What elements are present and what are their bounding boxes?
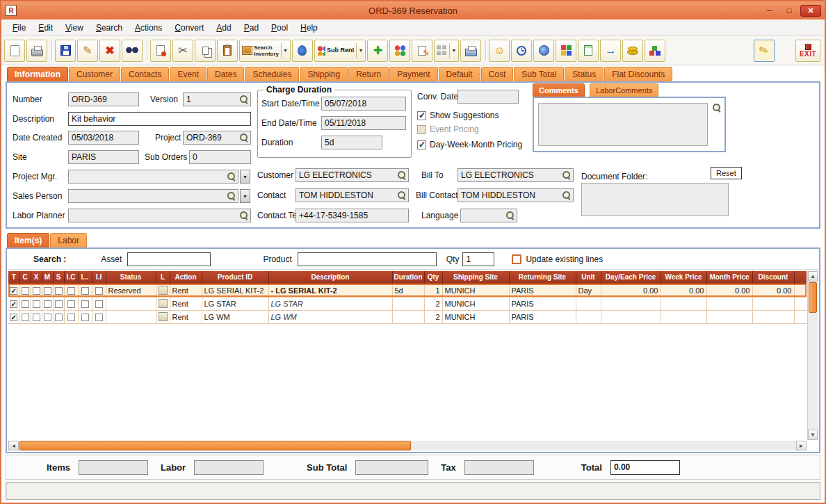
cut-button[interactable]: ✂	[172, 40, 193, 62]
row-flag-checkbox[interactable]	[81, 300, 89, 308]
column-header[interactable]: Product ID	[202, 271, 268, 284]
description-field[interactable]: Kit behavior	[68, 112, 251, 126]
tab-default[interactable]: Default	[439, 67, 480, 81]
vertical-scroll-thumb[interactable]	[809, 282, 817, 313]
document-folder-box[interactable]	[581, 183, 729, 216]
update-existing-lines-checkbox[interactable]	[512, 254, 521, 264]
comments-search-icon[interactable]	[713, 104, 722, 113]
tab-sub-total[interactable]: Sub Total	[514, 67, 564, 81]
convert-document-button[interactable]	[150, 40, 171, 62]
column-header[interactable]: C	[19, 271, 31, 284]
labor-planner-field[interactable]	[68, 209, 251, 222]
edit-button[interactable]: ✎	[77, 40, 98, 62]
show-suggestions-checkbox[interactable]	[417, 111, 426, 120]
crew-button[interactable]	[389, 40, 410, 62]
vertical-scrollbar[interactable]: ▲ ▼	[807, 271, 818, 440]
row-select-checkbox[interactable]: ✓	[10, 314, 17, 321]
column-header[interactable]: Action	[170, 271, 202, 284]
column-header[interactable]: Discount	[752, 271, 794, 284]
table-row[interactable]: ✓ReservedRentLG SERIAL KIT-2- LG SERIAL …	[8, 284, 807, 297]
close-button[interactable]: ✕	[800, 5, 821, 17]
tab-shipping[interactable]: Shipping	[300, 67, 348, 81]
column-header[interactable]: S	[53, 271, 64, 284]
bill-to-search-icon[interactable]	[562, 171, 572, 180]
version-search-icon[interactable]	[240, 95, 249, 104]
maximize-button[interactable]: □	[781, 5, 797, 17]
row-flag-checkbox[interactable]	[95, 287, 103, 295]
end-date-field[interactable]: 05/11/2018	[321, 116, 406, 130]
tab-status[interactable]: Status	[565, 67, 604, 81]
row-select-checkbox[interactable]: ✓	[10, 300, 17, 308]
time-button[interactable]	[511, 40, 532, 62]
menu-pool[interactable]: Pool	[266, 21, 293, 35]
scroll-right-button[interactable]: ►	[796, 441, 807, 450]
row-flag-checkbox[interactable]	[33, 300, 40, 308]
tab-payment[interactable]: Payment	[389, 67, 437, 81]
tab-return[interactable]: Return	[348, 67, 389, 81]
language-field[interactable]	[460, 209, 517, 222]
labor-planner-search-icon[interactable]	[240, 211, 249, 220]
column-header[interactable]: I.I	[92, 271, 106, 284]
menu-add[interactable]: Add	[211, 21, 236, 35]
language-search-icon[interactable]	[506, 211, 515, 220]
exit-button[interactable]: EXIT	[795, 40, 820, 62]
minimize-button[interactable]: ─	[761, 5, 778, 17]
pool-drop-button[interactable]	[292, 40, 313, 62]
contact-field[interactable]: TOM HIDDLESTON	[295, 188, 409, 202]
start-date-field[interactable]: 05/07/2018	[321, 97, 406, 111]
sales-person-search-icon[interactable]	[227, 192, 236, 201]
menu-help[interactable]: Help	[295, 21, 323, 35]
line-options-button[interactable]	[159, 286, 168, 295]
column-header[interactable]: X	[31, 271, 42, 284]
row-flag-checkbox[interactable]	[55, 300, 63, 308]
asset-search-input[interactable]	[127, 252, 211, 266]
column-header[interactable]: Shipping Site	[442, 271, 509, 284]
reset-button[interactable]: Reset	[711, 167, 742, 179]
row-flag-checkbox[interactable]	[44, 300, 51, 308]
row-flag-checkbox[interactable]	[67, 300, 75, 308]
scroll-left-button[interactable]: ◄	[8, 441, 19, 450]
site-field[interactable]: PARIS	[68, 150, 139, 164]
tab-event[interactable]: Event	[170, 67, 206, 81]
number-field[interactable]: ORD-369	[68, 92, 139, 106]
day-week-month-pricing-checkbox[interactable]	[417, 140, 426, 149]
date-created-field[interactable]: 05/03/2018	[68, 131, 139, 145]
scroll-up-button[interactable]: ▲	[808, 271, 818, 282]
column-header[interactable]: Qty	[424, 271, 442, 284]
comments-textarea[interactable]	[538, 103, 708, 146]
row-flag-checkbox[interactable]	[22, 314, 29, 321]
project-search-icon[interactable]	[240, 133, 249, 143]
bill-contact-search-icon[interactable]	[562, 191, 572, 200]
column-header[interactable]: Day/Each Price	[601, 271, 661, 284]
print-setup-button[interactable]	[460, 40, 481, 62]
customer-field[interactable]: LG ELECTRONICS	[295, 168, 409, 182]
dropdown-arrow-icon[interactable]: ▼	[281, 43, 288, 58]
column-header[interactable]: Unit	[576, 271, 601, 284]
tab-contacts[interactable]: Contacts	[121, 67, 169, 81]
duration-field[interactable]: 5d	[321, 136, 382, 149]
paste-button[interactable]	[217, 40, 238, 62]
column-header[interactable]: Status	[106, 271, 156, 284]
find-button[interactable]	[122, 40, 143, 62]
tab-items[interactable]: Item(s)	[7, 233, 49, 247]
qty-input[interactable]	[462, 252, 494, 266]
tab-customer[interactable]: Customer	[69, 67, 120, 81]
sales-person-field[interactable]	[68, 189, 238, 203]
project-mgr-search-icon[interactable]	[227, 172, 236, 181]
row-flag-checkbox[interactable]	[95, 314, 103, 321]
cube-button[interactable]	[556, 40, 576, 62]
menu-view[interactable]: View	[60, 21, 89, 35]
column-header[interactable]: M	[42, 271, 53, 284]
dropdown-arrow-icon[interactable]: ▼	[356, 43, 363, 58]
delete-button[interactable]: ✖	[99, 40, 120, 62]
notes-button[interactable]	[578, 40, 599, 62]
sub-orders-field[interactable]: 0	[189, 150, 251, 164]
new-document-button[interactable]	[4, 40, 25, 62]
tab-flat-discounts[interactable]: Flat Discounts	[604, 67, 672, 81]
tab-information[interactable]: Information	[7, 67, 68, 81]
column-header[interactable]: Description	[268, 271, 392, 284]
row-flag-checkbox[interactable]	[55, 314, 63, 321]
sub-rent-button[interactable]: Sub Rent ▼	[314, 40, 366, 62]
add-line-button[interactable]: ✚	[367, 40, 388, 62]
save-button[interactable]	[55, 40, 76, 62]
